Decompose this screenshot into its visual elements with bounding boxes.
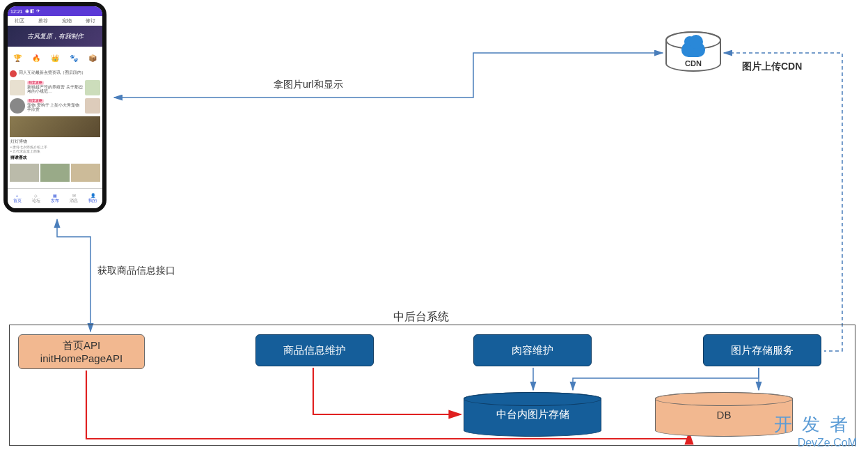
- backend-system-title: 中后台系统: [386, 310, 456, 325]
- nav-forum: ◇论坛: [26, 189, 45, 208]
- phone-feed-item: 萌宠攻略 新猫超严苛的养殖营 关于那些考的小规范…: [8, 79, 102, 97]
- thumb-icon: [10, 80, 25, 95]
- phone-time: 12:21: [10, 9, 23, 14]
- feed-text: 萌宠攻略 宠物 爱狗于 上架小大秀宠物手欣赏: [27, 98, 83, 112]
- arrow-phone-api: [57, 219, 90, 332]
- crown-icon: 👑: [50, 53, 60, 63]
- phone-section-label: 猜谁喜欢: [8, 153, 102, 162]
- api-line2: initHomePageAPI: [40, 352, 123, 364]
- phone-status-icons: ◉ ◧ ✈: [25, 8, 41, 14]
- chat-icon: ◇: [34, 193, 38, 198]
- cloud-icon: [681, 42, 705, 57]
- phone-tab: 修订: [79, 16, 102, 26]
- phone-bullets: • 唐诗七夕跨炼介绍上手 • 五代宋庄造上西集: [8, 145, 102, 153]
- thumb-icon: [85, 98, 100, 114]
- image-storage-service-box: 图片存储服务: [703, 334, 821, 366]
- product-label: 商品信息维护: [283, 344, 346, 357]
- label-upload-cdn: 图片上传CDN: [742, 61, 802, 73]
- user-icon: 👤: [90, 193, 95, 198]
- bell-icon: ✉: [72, 193, 76, 198]
- arrow-cdn-upload: [724, 53, 842, 351]
- feed-title: 同人互动最新点赞资讯（图后段内）: [19, 70, 100, 75]
- phone-bottom-nav: ⌂首页 ◇论坛 ▦发布 ✉消息 👤我的: [8, 188, 102, 208]
- box-icon: 📦: [88, 53, 97, 63]
- fire-icon: 🔥: [31, 53, 41, 63]
- avatar: [10, 70, 17, 77]
- label-fetch-product: 获取商品信息接口: [97, 265, 175, 277]
- nav-message: ✉消息: [65, 189, 84, 208]
- paw-icon: 🐾: [69, 53, 79, 63]
- phone-banner-secondary: [10, 116, 100, 137]
- label-fetch-image: 拿图片url和显示: [274, 79, 343, 91]
- trophy-icon: 🏆: [13, 53, 22, 63]
- phone-feed-item: 萌宠攻略 宠物 爱狗于 上架小大秀宠物手欣赏: [8, 97, 102, 115]
- cdn-node: CDN: [665, 31, 721, 72]
- api-line1: 首页API: [63, 339, 100, 352]
- arrow-phone-cdn: [114, 53, 663, 98]
- phone-hero-banner: 古风复原，有我制作: [8, 26, 102, 47]
- nav-mine: 👤我的: [84, 189, 102, 208]
- watermark-url: DevZe.CoM: [798, 437, 857, 449]
- feed-text: 萌宠攻略 新猫超严苛的养殖营 关于那些考的小规范…: [27, 80, 83, 94]
- phone-hero-text: 古风复原，有我制作: [27, 32, 84, 41]
- nav-publish: ▦发布: [45, 189, 64, 208]
- thumb-icon: [71, 164, 100, 182]
- content-label: 肉容维护: [512, 344, 553, 357]
- mid-storage-label: 中台内图片存储: [496, 408, 569, 421]
- db-label: DB: [717, 409, 732, 421]
- grid-icon: ▦: [53, 193, 57, 198]
- product-info-box: 商品信息维护: [255, 334, 374, 366]
- phone-tab: 推荐: [31, 16, 55, 26]
- nav-home: ⌂首页: [8, 189, 26, 208]
- mid-storage-cylinder: 中台内图片存储: [464, 392, 601, 437]
- thumb-icon: [10, 164, 39, 182]
- phone-img-row: [8, 162, 102, 183]
- cdn-label: CDN: [685, 59, 702, 68]
- phone-mockup: 12:21 ◉ ◧ ✈ 社区 推荐 宠物 修订 古风复原，有我制作 🏆 🔥 👑 …: [3, 2, 106, 212]
- phone-feed-header: 同人互动最新点赞资讯（图后段内）: [8, 69, 102, 79]
- api-box: 首页API initHomePageAPI: [18, 334, 145, 369]
- phone-tabs: 社区 推荐 宠物 修订: [8, 16, 102, 26]
- phone-icon-row: 🏆 🔥 👑 🐾 📦: [8, 47, 102, 69]
- content-maintain-box: 肉容维护: [473, 334, 592, 366]
- image-label: 图片存储服务: [731, 344, 794, 357]
- phone-tab: 宠物: [55, 16, 79, 26]
- watermark-chinese: 开发者: [774, 412, 858, 437]
- db-cylinder: DB: [655, 392, 793, 437]
- thumb-icon: [40, 164, 70, 182]
- phone-tab: 社区: [8, 16, 31, 26]
- phone-banner-title: 灯灯博物: [8, 139, 102, 145]
- avatar: [10, 98, 25, 114]
- phone-statusbar: 12:21 ◉ ◧ ✈: [8, 6, 102, 16]
- thumb-icon: [85, 80, 100, 95]
